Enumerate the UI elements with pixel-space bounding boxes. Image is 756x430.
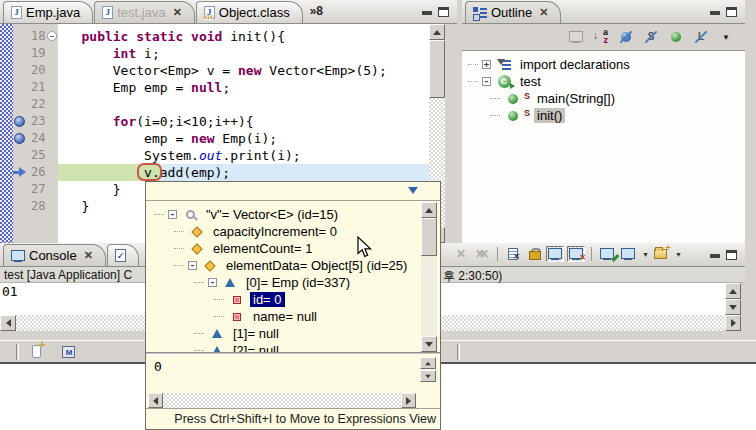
code-line-20[interactable]: Vector<Emp> v = new Vector<Emp>(5); <box>58 62 429 79</box>
terminate-icon[interactable]: ✕ <box>452 246 470 262</box>
variable-row[interactable]: capacityIncrement= 0 <box>146 223 420 240</box>
code-line-23[interactable]: for(i=0;i<10;i++){ <box>58 113 429 130</box>
outline-item-main-string-[interactable]: Smain(String[]) <box>462 90 745 107</box>
java-file-icon: J <box>11 6 22 19</box>
import-declarations-icon <box>495 57 513 73</box>
outline-item-import-declarations[interactable]: +import declarations <box>462 56 745 73</box>
scroll-down-icon[interactable] <box>725 299 741 315</box>
minimize-icon[interactable] <box>710 254 720 258</box>
variables-tree[interactable]: -"v"= Vector<E> (id=15)capacityIncrement… <box>146 202 440 352</box>
outline-tree[interactable]: +import declarations-CtestSmain(String[]… <box>462 51 745 243</box>
code-line-25[interactable]: System.out.print(i); <box>58 147 429 164</box>
editor-tab-object-class[interactable]: JObject.class <box>196 1 303 23</box>
variable-row[interactable]: id= 0 <box>146 291 420 308</box>
code-line-18[interactable]: public static void init(){ <box>58 28 429 45</box>
scroll-up-icon[interactable] <box>421 202 437 218</box>
remove-all-terminated-icon[interactable]: ✕✕ <box>473 246 491 262</box>
scroll-right-icon[interactable] <box>725 315 741 331</box>
breakpoint-icon[interactable] <box>14 116 25 127</box>
display-selected-console-icon[interactable] <box>619 246 637 262</box>
collapse-icon[interactable]: - <box>482 77 491 86</box>
scrollbar-track[interactable] <box>163 393 401 408</box>
tab-tasks-partial[interactable]: ✓ <box>107 244 139 266</box>
maximize-icon[interactable] <box>726 7 737 17</box>
minimize-icon[interactable] <box>710 11 720 15</box>
code-segment: Emp(i); <box>215 131 278 146</box>
detail-pane[interactable]: 0 <box>146 355 440 410</box>
sort-icon[interactable]: ↓az <box>592 29 610 45</box>
hide-fields-icon[interactable] <box>617 29 635 45</box>
variable-row[interactable]: -[0]= Emp (id=337) <box>146 274 420 291</box>
breakpoint-icon[interactable] <box>14 133 25 144</box>
outline-item-test[interactable]: -Ctest <box>462 73 745 90</box>
detail-horizontal-scrollbar[interactable] <box>148 393 416 408</box>
code-line-26[interactable]: v.add(emp); <box>58 164 429 181</box>
variable-row[interactable]: elementCount= 1 <box>146 240 420 257</box>
code-segment: init(){ <box>222 29 285 44</box>
popup-header <box>146 182 440 201</box>
show-stdout-change-icon[interactable] <box>546 246 564 262</box>
hide-static-members-icon[interactable]: S <box>642 29 660 45</box>
close-icon[interactable]: ✕ <box>539 6 548 19</box>
scroll-left-icon[interactable] <box>148 393 163 408</box>
maximize-icon[interactable] <box>438 7 449 17</box>
code-line-21[interactable]: Emp emp = null; <box>58 79 429 96</box>
fold-collapse-icon[interactable] <box>47 31 57 41</box>
scrollbar-thumb[interactable] <box>421 218 437 256</box>
scroll-up-icon[interactable] <box>429 24 445 40</box>
scroll-up-icon[interactable] <box>725 283 741 299</box>
close-icon[interactable]: ✕ <box>173 6 182 19</box>
variable-row[interactable]: [2]= null <box>146 342 420 352</box>
scroll-down-icon[interactable] <box>421 336 437 352</box>
show-stderr-change-icon[interactable]: ✕ <box>567 246 585 262</box>
tab-label: Object.class <box>219 5 290 20</box>
annotation-ruler[interactable] <box>13 24 28 243</box>
code-segment: i; <box>136 46 159 61</box>
minimize-icon[interactable] <box>422 11 432 15</box>
hide-non-public-icon[interactable] <box>667 29 685 45</box>
scroll-right-icon[interactable] <box>401 393 416 408</box>
scroll-left-icon[interactable] <box>0 315 16 331</box>
pin-console-icon[interactable] <box>598 246 616 262</box>
outline-item-init-[interactable]: Sinit() <box>462 107 745 124</box>
scroll-lock-icon[interactable] <box>525 246 543 262</box>
popup-tree-scrollbar[interactable] <box>421 202 437 352</box>
fast-view-memory-icon[interactable]: M <box>59 344 77 360</box>
collapse-icon[interactable]: - <box>188 261 197 270</box>
open-console-icon[interactable] <box>652 246 670 262</box>
code-segment: Vector<Emp>(5); <box>262 63 387 78</box>
collapse-icon[interactable]: - <box>208 278 217 287</box>
code-line-22[interactable] <box>58 96 429 113</box>
code-line-19[interactable]: int i; <box>58 45 429 62</box>
view-menu-icon[interactable]: ▼ <box>717 29 735 45</box>
maximize-icon[interactable] <box>726 250 737 260</box>
variable-row[interactable]: [1]= null <box>146 325 420 342</box>
editor-tab-emp-java[interactable]: JEmp.java <box>3 1 93 23</box>
line-number-ruler: 1819202122232425262728 <box>28 24 58 243</box>
scroll-up-icon[interactable] <box>420 357 436 369</box>
console-vertical-scrollbar[interactable] <box>725 283 741 315</box>
tab-overflow-chevron[interactable]: »8 <box>310 4 323 18</box>
fast-view-display-icon[interactable] <box>27 344 45 360</box>
variable-row[interactable]: name= null <box>146 308 420 325</box>
collapse-icon[interactable]: - <box>168 210 177 219</box>
variable-row[interactable]: -"v"= Vector<E> (id=15) <box>146 206 420 223</box>
chevron-down-icon[interactable]: ▼ <box>675 251 682 258</box>
editor-tab-test-java[interactable]: Jtest.java✕ <box>94 1 195 23</box>
variable-row[interactable]: -elementData= Object[5] (id=25) <box>146 257 420 274</box>
code-line-24[interactable]: emp = new Emp(i); <box>58 130 429 147</box>
tab-console[interactable]: Console ✕ <box>3 244 106 266</box>
chevron-down-icon[interactable] <box>408 187 418 194</box>
close-icon[interactable]: ✕ <box>84 249 93 262</box>
current-instruction-pointer-icon[interactable] <box>13 167 26 178</box>
hide-local-types-icon[interactable]: L <box>692 29 710 45</box>
link-with-editor-icon[interactable] <box>567 29 585 45</box>
expand-icon[interactable]: + <box>482 60 491 69</box>
chevron-down-icon[interactable]: ▼ <box>642 251 649 258</box>
tab-outline[interactable]: Outline ✕ <box>465 1 561 23</box>
scroll-down-icon[interactable] <box>420 370 436 382</box>
code-segment: null <box>191 80 222 95</box>
array-element-icon <box>208 326 226 342</box>
scrollbar-thumb[interactable] <box>429 40 445 98</box>
clear-console-icon[interactable]: ✕ <box>504 246 522 262</box>
